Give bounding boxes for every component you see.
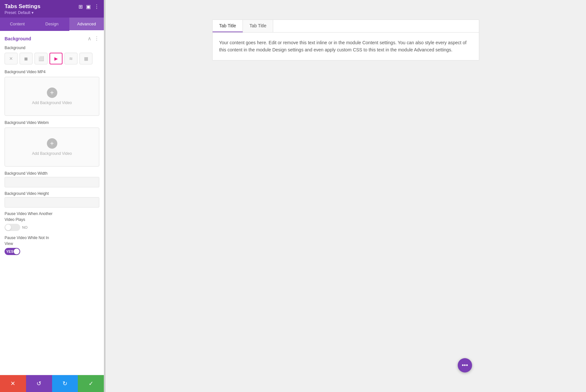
bg-video-mp4-label: Background Video MP4 bbox=[5, 70, 99, 74]
bg-video-webm-upload[interactable]: + Add Background Video bbox=[5, 128, 99, 167]
settings-panel: Tabs Settings ⊞ ▣ ⋮ Preset: Default Cont… bbox=[0, 0, 104, 392]
add-video-webm-label: Add Background Video bbox=[32, 151, 72, 156]
preset-label[interactable]: Preset: Default bbox=[5, 10, 99, 15]
bg-video-webm-label: Background Video Webm bbox=[5, 120, 99, 125]
redo-button[interactable]: ↻ bbox=[52, 375, 78, 392]
content-preview-area: Tab Title Tab Title Your content goes he… bbox=[105, 0, 586, 392]
pause-video-another-label-2: Video Plays bbox=[5, 217, 99, 222]
undo-button[interactable]: ↺ bbox=[26, 375, 52, 392]
bg-type-pattern[interactable]: ≋ bbox=[64, 53, 77, 64]
layout-icon[interactable]: ▣ bbox=[86, 4, 91, 10]
bg-video-height-label: Background Video Height bbox=[5, 191, 99, 196]
tab-advanced[interactable]: Advanced bbox=[69, 18, 104, 31]
bg-video-width-input[interactable] bbox=[5, 177, 99, 187]
preview-tab-content: Your content goes here. Edit or remove t… bbox=[213, 33, 479, 60]
gradient-icon: ⬜ bbox=[38, 56, 44, 61]
save-button[interactable]: ✓ bbox=[78, 375, 104, 392]
section-header: Background ∧ ⋮ bbox=[5, 35, 99, 42]
panel-title: Tabs Settings bbox=[5, 3, 40, 10]
preview-tab-2[interactable]: Tab Title bbox=[243, 20, 273, 32]
pause-video-another-section: Pause Video When Another Video Plays NO bbox=[5, 211, 99, 231]
pause-while-not-label-1: Pause Video While Not In bbox=[5, 236, 99, 240]
close-button[interactable]: ✕ bbox=[0, 375, 26, 392]
bg-type-none[interactable]: ✕ bbox=[5, 53, 18, 64]
add-video-mp4-plus-icon: + bbox=[47, 88, 57, 98]
responsive-icon[interactable]: ⊞ bbox=[78, 4, 83, 10]
section-title: Background bbox=[5, 36, 31, 41]
pause-video-another-no-label: NO bbox=[22, 225, 28, 229]
preview-tab-1[interactable]: Tab Title bbox=[213, 20, 243, 32]
bg-video-width-label: Background Video Width bbox=[5, 171, 99, 176]
tab-preview-tab-list: Tab Title Tab Title bbox=[213, 20, 479, 33]
bg-video-height-input[interactable] bbox=[5, 197, 99, 208]
add-video-mp4-label: Add Background Video bbox=[32, 101, 72, 105]
pause-video-not-in-view-section: Pause Video While Not In View YES bbox=[5, 236, 99, 255]
more-icon[interactable]: ⋮ bbox=[94, 4, 99, 10]
panel-header: Tabs Settings ⊞ ▣ ⋮ Preset: Default bbox=[0, 0, 104, 18]
tab-content[interactable]: Content bbox=[0, 18, 35, 31]
pause-while-not-toggle-row: YES bbox=[5, 248, 99, 255]
pause-while-not-yes-label: YES bbox=[6, 250, 13, 253]
bg-video-mp4-upload[interactable]: + Add Background Video bbox=[5, 77, 99, 116]
pattern-icon: ≋ bbox=[69, 56, 73, 61]
bg-type-gradient[interactable]: ⬜ bbox=[35, 53, 48, 64]
tab-design[interactable]: Design bbox=[35, 18, 69, 31]
pause-video-another-thumb bbox=[5, 224, 11, 230]
background-field-label: Background bbox=[5, 46, 99, 50]
video-icon: ▶ bbox=[54, 56, 58, 61]
pause-video-another-toggle-row: NO bbox=[5, 224, 99, 231]
color-icon: ◼ bbox=[24, 56, 28, 61]
panel-content-area: Background ∧ ⋮ Background ✕ ◼ ⬜ ▶ ≋ bbox=[0, 31, 104, 375]
bottom-toolbar: ✕ ↺ ↻ ✓ bbox=[0, 375, 104, 392]
bg-type-image[interactable]: ▦ bbox=[79, 53, 92, 64]
floating-dots-button[interactable]: ••• bbox=[458, 358, 472, 372]
panel-tab-nav: Content Design Advanced bbox=[0, 18, 104, 31]
bg-type-color[interactable]: ◼ bbox=[20, 53, 33, 64]
pause-video-another-toggle[interactable]: NO bbox=[5, 224, 28, 231]
pause-while-not-thumb bbox=[14, 249, 20, 254]
none-icon: ✕ bbox=[9, 56, 13, 61]
section-header-controls: ∧ ⋮ bbox=[88, 35, 99, 42]
pause-while-not-track: YES bbox=[5, 248, 20, 255]
image-icon: ▦ bbox=[84, 56, 88, 61]
collapse-icon[interactable]: ∧ bbox=[88, 35, 91, 42]
section-more-icon[interactable]: ⋮ bbox=[94, 35, 99, 42]
pause-while-not-toggle[interactable]: YES bbox=[5, 248, 20, 255]
pause-while-not-label-2: View bbox=[5, 241, 99, 246]
add-video-webm-plus-icon: + bbox=[47, 138, 57, 149]
bg-type-video[interactable]: ▶ bbox=[49, 53, 63, 64]
bg-type-selector: ✕ ◼ ⬜ ▶ ≋ ▦ bbox=[5, 53, 99, 64]
panel-header-icons: ⊞ ▣ ⋮ bbox=[78, 4, 99, 10]
pause-video-another-label-1: Pause Video When Another bbox=[5, 211, 99, 216]
pause-video-another-track bbox=[5, 224, 20, 231]
tab-preview-module: Tab Title Tab Title Your content goes he… bbox=[212, 20, 479, 61]
